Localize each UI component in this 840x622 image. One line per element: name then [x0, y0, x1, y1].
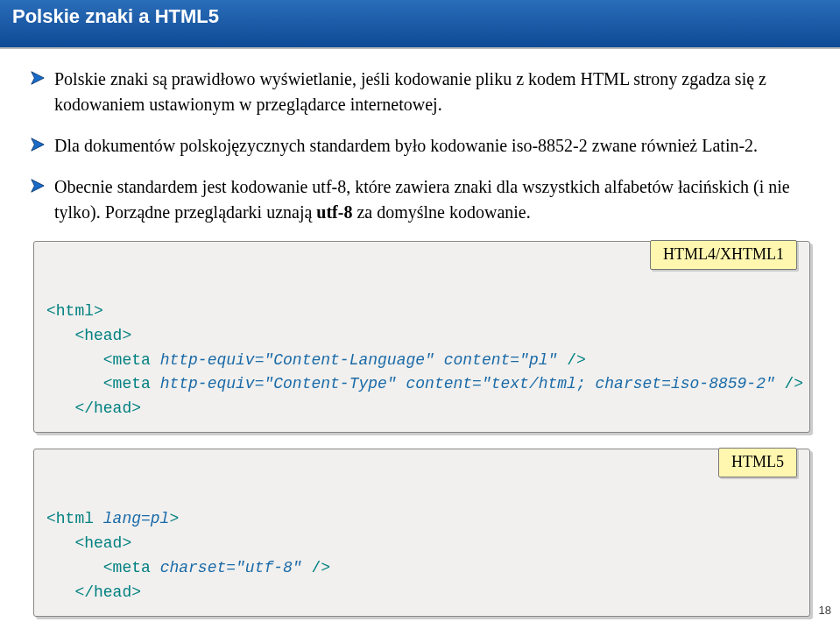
- code-line: <html lang=pl>: [46, 510, 179, 527]
- svg-marker-2: [32, 180, 44, 192]
- code-frag: [397, 375, 406, 392]
- code-line: <meta http-equiv="Content-Type" content=…: [46, 375, 803, 392]
- slide: Polskie znaki a HTML5 Polskie znaki są p…: [0, 0, 840, 622]
- bullet-item: Polskie znaki są prawidłowo wyświetlanie…: [30, 67, 814, 117]
- arrow-right-icon: [30, 70, 46, 86]
- slide-content: Polskie znaki są prawidłowo wyświetlanie…: [0, 49, 840, 617]
- code-label: HTML4/XHTML1: [650, 240, 797, 270]
- code-frag: <meta: [46, 351, 160, 369]
- code-line: </head>: [46, 399, 141, 417]
- code-frag: />: [775, 375, 803, 392]
- code-line: <meta http-equiv="Content-Language" cont…: [46, 351, 586, 369]
- code-line: <meta charset="utf-8" />: [46, 559, 330, 576]
- code-frag: lang=pl: [103, 510, 170, 527]
- code-frag: http-equiv="Content-Type": [160, 375, 397, 392]
- code-frag: content="pl": [444, 351, 558, 369]
- bullet-text-bold: utf-8: [316, 202, 352, 222]
- code-line: </head>: [46, 583, 141, 601]
- code-frag: charset="utf-8": [160, 559, 302, 576]
- code-frag: content="text/html; charset=iso-8859-2": [406, 375, 774, 392]
- bullet-item: Obecnie standardem jest kodowanie utf-8,…: [30, 174, 814, 225]
- bullet-text: Dla dokumentów polskojęzycznych standard…: [54, 133, 758, 159]
- bullet-text: Obecnie standardem jest kodowanie utf-8,…: [54, 174, 814, 225]
- code-block-html5: HTML5 <html lang=pl> <head> <meta charse…: [33, 449, 810, 616]
- page-number: 18: [819, 604, 831, 617]
- bullet-item: Dla dokumentów polskojęzycznych standard…: [30, 133, 814, 159]
- arrow-right-icon: [30, 137, 46, 152]
- code-block-html4: HTML4/XHTML1 <html> <head> <meta http-eq…: [33, 241, 810, 433]
- code-line: <html>: [46, 302, 103, 320]
- code-line: <head>: [46, 534, 131, 552]
- code-frag: >: [169, 510, 179, 527]
- code-frag: />: [557, 351, 585, 369]
- slide-title-bar: Polskie znaki a HTML5: [0, 0, 840, 49]
- code-frag: <meta: [46, 559, 160, 576]
- arrow-right-icon: [30, 178, 46, 194]
- code-frag: http-equiv="Content-Language": [160, 351, 434, 369]
- code-frag: <meta: [46, 375, 160, 392]
- svg-marker-1: [32, 138, 44, 151]
- slide-title: Polskie znaki a HTML5: [12, 5, 219, 27]
- bullet-text-frag: za domyślne kodowanie.: [352, 202, 530, 222]
- code-line: <head>: [46, 327, 131, 344]
- svg-marker-0: [32, 72, 44, 84]
- code-frag: <html: [46, 510, 103, 527]
- bullet-text: Polskie znaki są prawidłowo wyświetlanie…: [54, 67, 814, 117]
- code-label: HTML5: [718, 448, 797, 477]
- code-frag: />: [302, 559, 330, 576]
- code-frag: [434, 351, 444, 369]
